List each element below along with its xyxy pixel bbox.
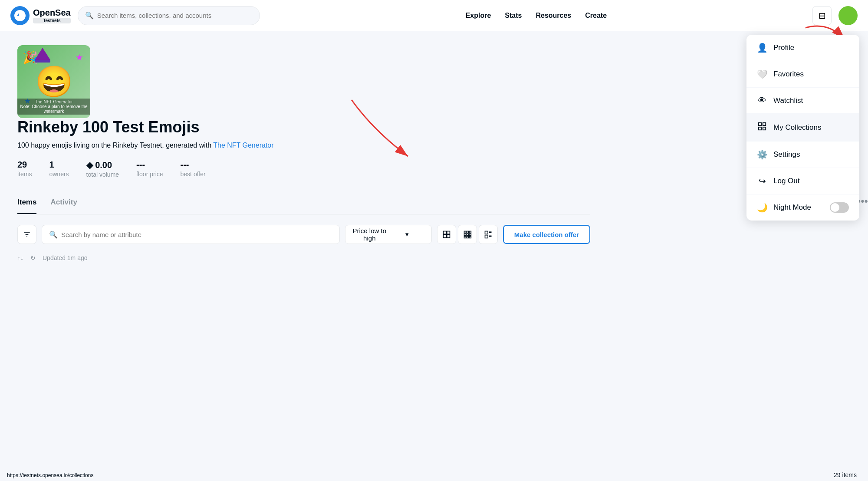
- my-collections-label: My Collections: [773, 123, 849, 132]
- svg-rect-11: [443, 235, 446, 238]
- stat-floor-label: floor price: [136, 171, 163, 178]
- stat-items-label: items: [17, 171, 32, 178]
- dropdown-item-settings[interactable]: ⚙️ Settings: [746, 142, 859, 168]
- logo[interactable]: OpenSea Testnets: [10, 6, 71, 25]
- stat-best-offer-label: best offer: [181, 171, 206, 178]
- svg-rect-14: [467, 231, 468, 233]
- avatar-button[interactable]: [838, 6, 858, 25]
- sort-dropdown-button[interactable]: Price low to high ▾: [345, 225, 432, 244]
- opensea-logo-icon: [10, 6, 30, 25]
- updated-text: Updated 1m ago: [43, 254, 88, 261]
- my-collections-icon: [757, 122, 767, 133]
- collection-title: Rinkeby 100 Test Emojis: [17, 118, 590, 136]
- sort-up-icon: ↑↓: [17, 254, 23, 261]
- dropdown-item-my-collections[interactable]: My Collections: [746, 114, 859, 142]
- profile-icon: 👤: [757, 43, 767, 53]
- svg-rect-21: [469, 236, 471, 238]
- svg-rect-3: [759, 127, 761, 130]
- stat-volume-label: total volume: [86, 171, 119, 178]
- nav-explore[interactable]: Explore: [466, 12, 491, 20]
- stat-best-offer: --- best offer: [181, 160, 206, 178]
- wallet-button[interactable]: ⊟: [812, 6, 832, 25]
- stat-owners: 1 owners: [49, 160, 69, 178]
- attribute-search-bar[interactable]: 🔍: [42, 225, 340, 244]
- list-icon: [484, 230, 493, 239]
- dropdown-item-logout[interactable]: ↪ Log Out: [746, 168, 859, 194]
- main-content: 😄 🎉 ★ ★ The NFT GeneratorNote: Choose a …: [0, 31, 608, 270]
- svg-rect-25: [485, 235, 488, 238]
- stat-volume-value: ◆ 0.00: [86, 160, 119, 170]
- stat-owners-value: 1: [49, 160, 69, 170]
- nft-generator-link[interactable]: The NFT Generator: [213, 142, 273, 149]
- night-mode-label: Night Mode: [773, 203, 824, 212]
- nav-resources[interactable]: Resources: [536, 12, 571, 20]
- watchlist-label: Watchlist: [773, 96, 849, 105]
- night-mode-toggle[interactable]: [830, 202, 849, 213]
- svg-rect-2: [763, 123, 766, 125]
- collection-hero: 😄 🎉 ★ ★ The NFT GeneratorNote: Choose a …: [17, 31, 590, 270]
- header-nav: Explore Stats Resources Create: [466, 12, 607, 20]
- stat-items: 29 items: [17, 160, 32, 178]
- dropdown-item-night-mode[interactable]: 🌙 Night Mode: [746, 194, 859, 221]
- logo-badge: Testnets: [33, 18, 71, 23]
- tab-activity[interactable]: Activity: [50, 192, 77, 214]
- attribute-search-input[interactable]: [61, 231, 332, 238]
- sort-chevron-down-icon: ▾: [390, 231, 424, 238]
- grid-small-icon: [463, 230, 472, 239]
- logo-name: OpenSea: [33, 8, 71, 18]
- items-count: 29 items: [831, 469, 859, 481]
- user-dropdown-menu: 👤 Profile 🤍 Favorites 👁 Watchlist My Col…: [746, 35, 859, 221]
- view-grid-large-button[interactable]: [437, 225, 456, 244]
- svg-rect-17: [467, 234, 468, 235]
- view-list-button[interactable]: [479, 225, 498, 244]
- stat-floor-value: ---: [136, 160, 163, 170]
- make-collection-offer-button[interactable]: Make collection offer: [503, 225, 590, 244]
- search-icon: 🔍: [85, 11, 94, 20]
- favorites-icon: 🤍: [757, 69, 767, 79]
- collection-image-label: The NFT GeneratorNote: Choose a plan to …: [17, 99, 90, 115]
- night-mode-icon: 🌙: [757, 202, 767, 213]
- svg-rect-1: [759, 123, 761, 125]
- global-search-bar[interactable]: 🔍: [78, 6, 260, 25]
- stat-volume: ◆ 0.00 total volume: [86, 160, 119, 178]
- grid-large-icon: [442, 230, 451, 239]
- nav-create[interactable]: Create: [585, 12, 607, 20]
- update-row: ↑↓ ↻ Updated 1m ago: [17, 254, 590, 261]
- attr-search-icon: 🔍: [49, 231, 58, 239]
- collection-stats: 29 items 1 owners ◆ 0.00 total volume --…: [17, 160, 590, 178]
- stat-owners-label: owners: [49, 171, 69, 178]
- status-url: https://testnets.opensea.io/collections: [7, 472, 93, 478]
- svg-rect-12: [447, 235, 450, 238]
- stat-items-value: 29: [17, 160, 32, 170]
- tab-items[interactable]: Items: [17, 192, 36, 214]
- dropdown-item-profile[interactable]: 👤 Profile: [746, 35, 859, 61]
- watchlist-icon: 👁: [757, 96, 767, 105]
- dropdown-item-watchlist[interactable]: 👁 Watchlist: [746, 88, 859, 114]
- svg-rect-18: [469, 234, 471, 235]
- global-search-input[interactable]: [97, 12, 253, 19]
- logout-icon: ↪: [757, 176, 767, 186]
- view-grid-small-button[interactable]: [458, 225, 477, 244]
- refresh-icon: ↻: [30, 254, 36, 261]
- svg-rect-9: [443, 231, 446, 234]
- opensea-logo-svg: [14, 10, 26, 21]
- view-toggle-buttons: [437, 225, 498, 244]
- svg-rect-16: [464, 234, 466, 235]
- svg-rect-10: [447, 231, 450, 234]
- collection-tabs: Items Activity: [17, 192, 590, 214]
- profile-label: Profile: [773, 43, 849, 52]
- toolbar: 🔍 Price low to high ▾: [17, 225, 590, 244]
- svg-rect-19: [464, 236, 466, 238]
- filter-button[interactable]: [17, 225, 36, 244]
- favorites-label: Favorites: [773, 70, 849, 79]
- settings-icon: ⚙️: [757, 149, 767, 160]
- sort-label: Price low to high: [352, 227, 387, 242]
- settings-label: Settings: [773, 150, 849, 159]
- logo-text: OpenSea Testnets: [33, 8, 71, 23]
- collection-description: 100 happy emojis living on the Rinkeby T…: [17, 142, 590, 149]
- dropdown-item-favorites[interactable]: 🤍 Favorites: [746, 61, 859, 88]
- nav-stats[interactable]: Stats: [505, 12, 522, 20]
- status-bar: https://testnets.opensea.io/collections: [0, 470, 100, 481]
- svg-rect-20: [467, 236, 468, 238]
- header-left: OpenSea Testnets 🔍: [10, 6, 260, 25]
